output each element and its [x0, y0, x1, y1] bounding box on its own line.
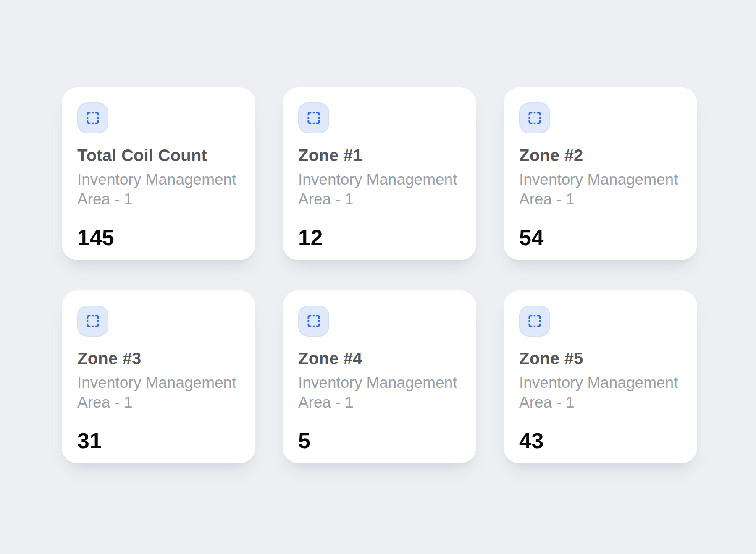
dashboard-background: { "page": { "background_color": "#edeff2… — [0, 0, 756, 554]
card-icon-chip — [298, 102, 329, 133]
stat-card-zone-4: Zone #4 Inventory Management Area - 1 5 — [283, 290, 476, 463]
stat-card-total-coil-count: Total Coil Count Inventory Management Ar… — [62, 87, 255, 260]
card-subtitle: Inventory Management Area - 1 — [519, 373, 682, 412]
dashed-selection-square-icon — [527, 110, 543, 126]
card-subtitle: Inventory Management Area - 1 — [77, 170, 240, 209]
stats-grid: Total Coil Count Inventory Management Ar… — [62, 87, 697, 463]
card-title: Total Coil Count — [77, 145, 240, 165]
dashed-selection-square-icon — [527, 313, 543, 329]
card-subtitle: Inventory Management Area - 1 — [77, 373, 240, 412]
card-subtitle: Inventory Management Area - 1 — [298, 170, 461, 209]
card-icon-chip — [519, 306, 550, 337]
card-icon-chip — [519, 102, 550, 133]
stat-card-zone-2: Zone #2 Inventory Management Area - 1 54 — [504, 87, 697, 260]
card-subtitle: Inventory Management Area - 1 — [298, 373, 461, 412]
card-value: 12 — [298, 226, 461, 249]
card-value: 145 — [77, 226, 240, 249]
stat-card-zone-5: Zone #5 Inventory Management Area - 1 43 — [504, 290, 697, 463]
card-value: 31 — [77, 429, 240, 452]
card-title: Zone #3 — [77, 348, 240, 368]
card-title: Zone #5 — [519, 348, 682, 368]
card-title: Zone #1 — [298, 145, 461, 165]
card-title: Zone #4 — [298, 348, 461, 368]
dashed-selection-square-icon — [306, 110, 322, 126]
card-icon-chip — [77, 306, 108, 337]
card-value: 54 — [519, 226, 682, 249]
card-value: 5 — [298, 429, 461, 452]
dashed-selection-square-icon — [85, 110, 101, 126]
card-subtitle: Inventory Management Area - 1 — [519, 170, 682, 209]
dashed-selection-square-icon — [85, 313, 101, 329]
card-icon-chip — [298, 306, 329, 337]
card-icon-chip — [77, 102, 108, 133]
dashed-selection-square-icon — [306, 313, 322, 329]
card-title: Zone #2 — [519, 145, 682, 165]
stat-card-zone-3: Zone #3 Inventory Management Area - 1 31 — [62, 290, 255, 463]
card-value: 43 — [519, 429, 682, 452]
stat-card-zone-1: Zone #1 Inventory Management Area - 1 12 — [283, 87, 476, 260]
